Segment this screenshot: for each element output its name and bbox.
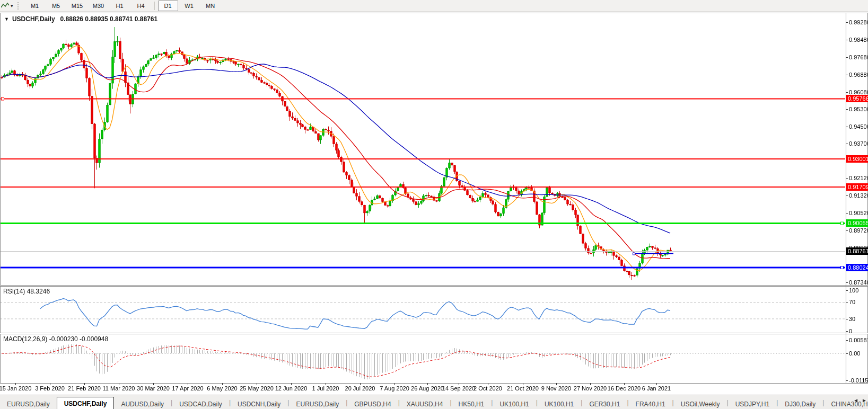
macd-axis-label: 0.005818	[849, 337, 868, 343]
timeframe-button-m5[interactable]: M5	[46, 1, 66, 11]
date-axis-label: 2 Oct 2020	[474, 385, 502, 392]
date-axis-label: 21 Oct 2020	[507, 385, 539, 392]
collapse-triangle-icon[interactable]: ▼	[4, 16, 9, 22]
chart-tab-eurusd-daily[interactable]: EURUSD,Daily	[0, 398, 57, 409]
chart-ohlc-values: 0.88826 0.88935 0.88741 0.88761	[60, 15, 158, 23]
timeframe-button-w1[interactable]: W1	[179, 1, 199, 11]
rsi-axis-label: 100	[849, 287, 858, 294]
chart-tab-usdjpy-h1[interactable]: USDJPY,H1	[729, 398, 776, 409]
chart-tab-xauusd-h4[interactable]: XAUUSD,H4	[400, 398, 450, 409]
price-axis-label: 0.98480	[849, 37, 868, 43]
macd-axis-label: -0.011514	[849, 377, 868, 384]
macd-indicator-label: MACD(12,26,9) -0.000230 -0.000948	[3, 335, 108, 343]
date-axis-label: 9 Nov 2020	[541, 385, 571, 392]
price-axis-label: 0.90520	[849, 210, 868, 216]
chevron-down-icon[interactable]: ▾	[11, 3, 13, 8]
chart-tab-gbpusd-h4[interactable]: GBPUSD,H4	[347, 398, 398, 409]
timeframe-button-m1[interactable]: M1	[25, 1, 45, 11]
toolbar-separator	[154, 2, 155, 10]
chart-tab-fra40-h1[interactable]: FRA40,H1	[629, 398, 672, 409]
price-axis-label: 0.92120	[849, 175, 868, 181]
price-marker-support-line: 0.90055	[846, 219, 868, 227]
price-axis-label: 0.99280	[849, 19, 868, 25]
chart-tab-hk50-h1[interactable]: HK50,H1	[452, 398, 492, 409]
date-axis-label: 26 Aug 2020	[411, 385, 444, 392]
chart-canvas[interactable]	[0, 12, 868, 388]
rsi-axis-label: 70	[849, 299, 855, 305]
timeframe-toolbar: ▾ M1M5M15M30H1H4D1W1MN	[0, 0, 868, 12]
chart-tab-usdcad-daily[interactable]: USDCAD,Daily	[172, 398, 229, 409]
price-marker-resistance-line: 0.93001	[846, 155, 868, 163]
chart-tab-uk100-h1[interactable]: UK100,H1	[538, 398, 581, 409]
price-axis-label: 0.95300	[849, 106, 868, 112]
date-axis-label: 25 May 2020	[240, 385, 274, 392]
rsi-axis-label: 30	[849, 316, 855, 322]
chart-tab-bar: EURUSD,DailyUSDCHF,DailyAUDUSD,Daily|USD…	[0, 395, 868, 409]
price-marker-current-price: 0.88761	[846, 247, 868, 255]
price-marker-support-line: 0.88024	[846, 264, 868, 271]
date-axis-label: 21 Feb 2020	[68, 385, 101, 392]
chart-tab-audusd-daily[interactable]: AUDUSD,Daily	[114, 398, 171, 409]
date-axis-label: 27 Nov 2020	[574, 385, 607, 392]
price-axis-label: 0.93700	[849, 140, 868, 147]
price-marker-resistance-line: 0.95766	[846, 95, 868, 102]
scroll-right-icon[interactable]: ►	[862, 397, 867, 403]
date-axis-label: 14 Sep 2020	[442, 385, 475, 392]
price-axis-label: 0.89720	[849, 227, 868, 234]
chart-tab-dj30-daily[interactable]: DJ30,Daily	[778, 398, 822, 409]
price-marker-resistance-line: 0.91709	[846, 183, 868, 191]
chart-tab-usoil-weekly[interactable]: USOil,Weekly	[674, 398, 727, 409]
line-chart-icon[interactable]	[0, 1, 11, 11]
date-axis-label: 30 Mar 2020	[137, 385, 170, 392]
price-axis-label: 0.97680	[849, 54, 868, 60]
price-axis-label: 0.94500	[849, 123, 868, 130]
chart-window: ▼ USDCHF,Daily 0.88826 0.88935 0.88741 0…	[0, 12, 868, 395]
date-axis-label: 6 May 2020	[207, 385, 237, 392]
date-axis-label: 15 Jan 2020	[0, 385, 31, 392]
chart-ohlc-line: ▼ USDCHF,Daily 0.88826 0.88935 0.88741 0…	[4, 15, 157, 23]
scroll-left-icon[interactable]: ◄	[853, 397, 858, 403]
date-axis-label: 17 Apr 2020	[172, 385, 203, 392]
chart-tab-eurusd-daily[interactable]: EURUSD,Daily	[289, 398, 346, 409]
tab-scroll-buttons: ◄ ►	[853, 397, 867, 403]
date-axis-label: 16 Dec 2020	[608, 385, 641, 392]
date-axis-label: 20 Jul 2020	[345, 385, 375, 392]
timeframe-button-h1[interactable]: H1	[110, 1, 130, 11]
date-axis-label: 1 Jul 2020	[312, 385, 339, 392]
rsi-indicator-label: RSI(14) 48.3246	[3, 288, 50, 295]
chart-tab-usdchf-daily[interactable]: USDCHF,Daily	[57, 397, 115, 409]
toolbar-grip[interactable]	[17, 2, 20, 10]
macd-axis-label: 0.00	[849, 350, 860, 357]
chart-tab-ger30-h1[interactable]: GER30,H1	[582, 398, 627, 409]
date-axis-label: 11 Mar 2020	[103, 385, 135, 392]
chart-tab-usdcnh-daily[interactable]: USDCNH,Daily	[231, 398, 287, 409]
timeframe-button-m30[interactable]: M30	[89, 1, 109, 11]
timeframe-button-mn[interactable]: MN	[200, 1, 221, 11]
chart-tab-uk100-h1[interactable]: UK100,H1	[493, 398, 536, 409]
chart-symbol: USDCHF,Daily	[12, 15, 55, 23]
date-axis-label: 3 Feb 2020	[35, 385, 65, 392]
timeframe-button-h4[interactable]: H4	[131, 1, 151, 11]
timeframe-button-m15[interactable]: M15	[67, 1, 87, 11]
date-axis-label: 6 Jan 2021	[642, 385, 671, 392]
price-axis-label: 0.91320	[849, 192, 868, 199]
price-axis-label: 0.87340	[849, 279, 868, 286]
rsi-axis-label: 0	[849, 328, 852, 334]
date-axis-label: 12 Jun 2020	[275, 385, 308, 392]
date-axis-label: 7 Aug 2020	[380, 385, 409, 392]
price-axis-label: 0.96880	[849, 72, 868, 78]
mt4-terminal: ▾ M1M5M15M30H1H4D1W1MN ▼ USDCHF,Daily 0.…	[0, 0, 868, 409]
timeframe-button-d1[interactable]: D1	[158, 1, 178, 11]
